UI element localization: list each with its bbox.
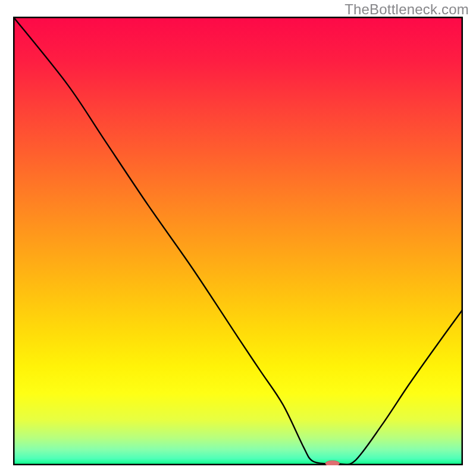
- chart-svg: [13, 17, 463, 465]
- chart-plot-area: [13, 17, 463, 465]
- optimal-point-marker: [325, 461, 340, 465]
- gradient-background: [13, 17, 463, 465]
- chart-container: TheBottleneck.com: [0, 0, 476, 476]
- watermark-text: TheBottleneck.com: [345, 1, 469, 18]
